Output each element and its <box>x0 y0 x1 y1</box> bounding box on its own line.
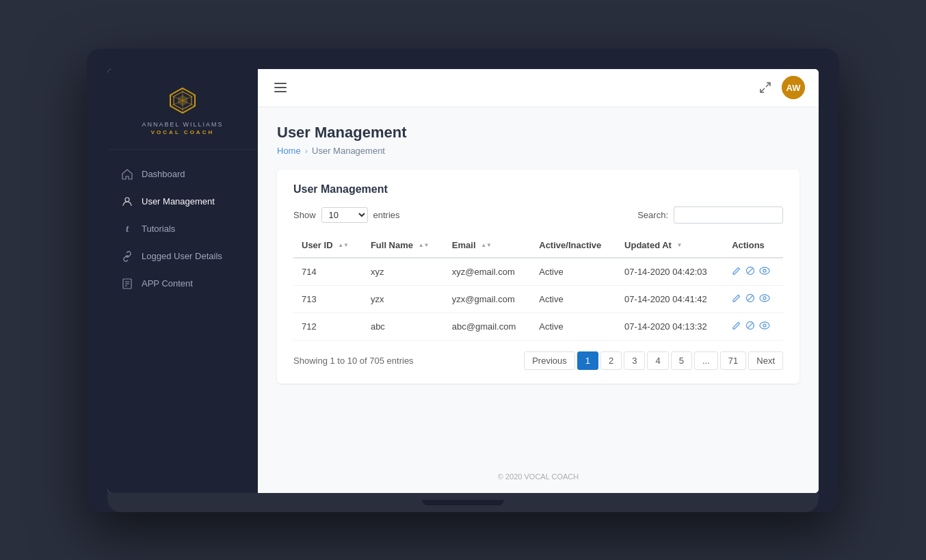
laptop-base <box>107 493 819 512</box>
content-area: User Management Home › User Management U… <box>258 107 819 460</box>
user-icon <box>121 196 133 208</box>
breadcrumb-current: User Management <box>312 146 385 156</box>
cell-user-id: 713 <box>293 285 362 312</box>
user-management-card: User Management Show 10 25 50 100 <box>277 170 799 384</box>
edit-icon[interactable] <box>732 321 741 332</box>
link-icon <box>121 250 133 263</box>
cell-updated-at: 07-14-2020 04:41:42 <box>616 285 724 312</box>
svg-line-13 <box>760 88 765 92</box>
search-box: Search: <box>637 206 783 224</box>
table-controls: Show 10 25 50 100 entries Searc <box>293 206 783 224</box>
hamburger-line <box>274 83 287 84</box>
menu-toggle-button[interactable] <box>272 80 289 95</box>
page-ellipsis: ... <box>694 351 718 370</box>
breadcrumb: Home › User Management <box>277 146 799 156</box>
topbar-right: AW <box>758 76 805 99</box>
footer: © 2020 VOCAL COACH <box>258 460 819 493</box>
view-icon[interactable] <box>759 321 770 332</box>
page-4-button[interactable]: 4 <box>647 351 668 370</box>
sidebar-item-dashboard[interactable]: Dashboard <box>107 161 258 188</box>
next-button[interactable]: Next <box>748 351 783 370</box>
ban-icon[interactable] <box>745 266 755 278</box>
sidebar-item-logged-user[interactable]: Logged User Details <box>107 243 258 270</box>
svg-line-17 <box>748 268 753 274</box>
col-email: Email ▲▼ <box>444 233 531 258</box>
sidebar-item-user-management[interactable]: User Management <box>107 188 258 215</box>
page-1-button[interactable]: 1 <box>577 351 598 370</box>
laptop-notch <box>422 500 504 505</box>
cell-full-name: xyz <box>362 258 444 286</box>
table-row: 712 abc abc@gmail.com Active 07-14-2020 … <box>293 312 783 340</box>
laptop-screen: ANNABEL WILLIAMS VOCAL COACH Dashboard <box>107 69 819 493</box>
app-content-icon <box>121 278 133 290</box>
cell-status: Active <box>531 312 616 340</box>
cell-status: Active <box>531 258 616 286</box>
cell-actions <box>724 258 783 286</box>
cell-email: xyz@email.com <box>444 258 531 286</box>
main-area: AW User Management Home › User Managemen… <box>258 69 819 493</box>
entries-label: entries <box>373 210 400 220</box>
svg-point-19 <box>763 269 766 272</box>
previous-button[interactable]: Previous <box>524 351 575 370</box>
search-input[interactable] <box>674 206 783 224</box>
cell-user-id: 712 <box>293 312 362 340</box>
svg-point-18 <box>760 267 769 274</box>
sort-updated-icon[interactable]: ▼ <box>677 243 683 248</box>
ban-icon[interactable] <box>745 321 755 332</box>
cell-updated-at: 07-14-2020 04:13:32 <box>616 312 724 340</box>
entries-info: Showing 1 to 10 of 705 entries <box>293 356 414 366</box>
svg-point-23 <box>763 297 766 299</box>
cell-full-name: yzx <box>362 285 444 312</box>
card-title: User Management <box>293 183 783 196</box>
sort-full-name-icon[interactable]: ▲▼ <box>419 243 429 248</box>
col-status: Active/Inactive <box>531 233 616 258</box>
page-5-button[interactable]: 5 <box>671 351 692 370</box>
edit-icon[interactable] <box>732 266 741 278</box>
svg-point-22 <box>760 295 769 302</box>
cell-user-id: 714 <box>293 258 362 286</box>
col-user-id: User ID ▲▼ <box>293 233 362 258</box>
topbar: AW <box>258 69 819 107</box>
table-footer: Showing 1 to 10 of 705 entries Previous … <box>293 351 783 370</box>
page-71-button[interactable]: 71 <box>720 351 746 370</box>
edit-icon[interactable] <box>732 293 741 305</box>
view-icon[interactable] <box>759 266 770 278</box>
table-row: 713 yzx yzx@gmail.com Active 07-14-2020 … <box>293 285 783 312</box>
tutorials-icon: t <box>121 223 133 235</box>
sidebar-nav: Dashboard User Management t Tutorials <box>107 150 258 493</box>
svg-point-26 <box>760 322 769 329</box>
cell-email: abc@gmail.com <box>444 312 531 340</box>
sidebar-item-app-content[interactable]: APP Content <box>107 270 258 297</box>
laptop-frame: ANNABEL WILLIAMS VOCAL COACH Dashboard <box>87 49 839 512</box>
svg-line-25 <box>748 323 753 328</box>
logo-icon <box>165 83 200 118</box>
ban-icon[interactable] <box>745 293 755 305</box>
page-2-button[interactable]: 2 <box>600 351 622 370</box>
expand-button[interactable] <box>758 81 772 94</box>
cell-actions <box>724 285 783 312</box>
table-row: 714 xyz xyz@email.com Active 07-14-2020 … <box>293 258 783 286</box>
page-3-button[interactable]: 3 <box>624 351 645 370</box>
breadcrumb-home-link[interactable]: Home <box>277 146 301 156</box>
sidebar-item-logged-user-label: Logged User Details <box>142 251 222 261</box>
footer-text: © 2020 VOCAL COACH <box>498 472 579 481</box>
col-full-name: Full Name ▲▼ <box>362 233 444 258</box>
cell-email: yzx@gmail.com <box>444 285 531 312</box>
sort-user-id-icon[interactable]: ▲▼ <box>338 243 349 248</box>
sidebar-brand: ANNABEL WILLIAMS <box>142 121 223 128</box>
sidebar: ANNABEL WILLIAMS VOCAL COACH Dashboard <box>107 69 258 493</box>
svg-text:AW: AW <box>786 83 802 93</box>
app-layout: ANNABEL WILLIAMS VOCAL COACH Dashboard <box>107 69 819 493</box>
cell-status: Active <box>531 285 616 312</box>
hamburger-line <box>274 87 287 88</box>
view-icon[interactable] <box>759 293 770 305</box>
avatar[interactable]: AW <box>782 76 805 99</box>
users-table: User ID ▲▼ Full Name ▲▼ Email <box>293 233 783 341</box>
page-title: User Management <box>277 124 799 142</box>
svg-point-27 <box>763 324 766 327</box>
sort-email-icon[interactable]: ▲▼ <box>481 243 492 248</box>
entries-select[interactable]: 10 25 50 100 <box>321 207 368 223</box>
sidebar-item-tutorials[interactable]: t Tutorials <box>107 215 258 243</box>
sidebar-item-user-management-label: User Management <box>142 196 215 206</box>
sidebar-item-dashboard-label: Dashboard <box>142 169 185 179</box>
